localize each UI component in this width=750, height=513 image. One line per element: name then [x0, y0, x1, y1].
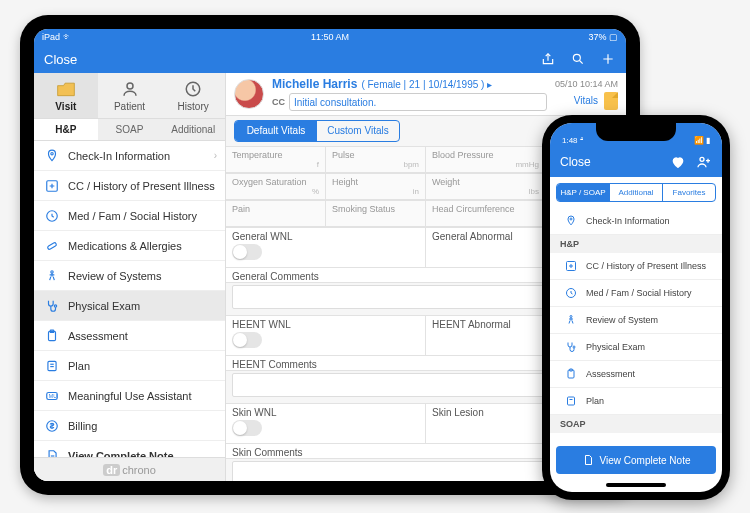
seg-default-vitals[interactable]: Default Vitals	[235, 121, 317, 141]
patient-side: 05/10 10:14 AM Vitals	[555, 79, 618, 110]
nav-checkin[interactable]: Check-In Information ›	[34, 141, 225, 171]
field-smoking[interactable]: Smoking Status	[326, 201, 426, 227]
section-tabs: H&P SOAP Additional	[34, 119, 225, 141]
vitals-link[interactable]: Vitals	[574, 95, 598, 106]
ip-group-hp: H&P	[550, 235, 722, 253]
clipboard-icon	[44, 328, 60, 344]
person-add-icon[interactable]	[696, 154, 712, 170]
svg-text:MU: MU	[49, 393, 57, 399]
note-icon	[564, 394, 578, 408]
item-label: Assessment	[586, 369, 635, 379]
svg-point-27	[570, 218, 572, 220]
plus-square-icon	[564, 259, 578, 273]
mode-tab-patient[interactable]: Patient	[98, 73, 162, 119]
history-icon	[183, 79, 203, 99]
brand-dr: dr	[103, 464, 120, 476]
field-pulse[interactable]: Pulsebpm	[326, 147, 426, 173]
iphone-close-button[interactable]: Close	[560, 155, 591, 169]
nav-label: Assessment	[68, 330, 128, 342]
toggle-skin-wnl[interactable]	[232, 420, 262, 436]
item-label: CC / History of Present Illness	[586, 261, 706, 271]
mode-tab-history[interactable]: History	[161, 73, 225, 119]
field-height[interactable]: Heightin	[326, 174, 426, 200]
seg-custom-vitals[interactable]: Custom Vitals	[317, 121, 399, 141]
ip-item-pe[interactable]: Physical Exam	[550, 334, 722, 361]
field-label: Blood Pressure	[432, 150, 539, 160]
ip-item-assessment[interactable]: Assessment	[550, 361, 722, 388]
clock-icon	[44, 208, 60, 224]
mode-tabs: Visit Patient History	[34, 73, 225, 119]
nav-assessment[interactable]: Assessment	[34, 321, 225, 351]
plus-square-icon	[44, 178, 60, 194]
patient-name: Michelle Harris	[272, 77, 357, 91]
iphone-device: 1:48 ⁴ 📶 ▮ Close H&P / SOAP Additional F…	[542, 115, 730, 500]
toggle-heent-wnl[interactable]	[232, 332, 262, 348]
nav-cc-hpi[interactable]: CC / History of Present Illness	[34, 171, 225, 201]
stethoscope-icon	[564, 340, 578, 354]
status-right: 37% ▢	[426, 32, 618, 42]
ip-item-plan[interactable]: Plan	[550, 388, 722, 415]
document-icon	[44, 448, 60, 458]
note-icon	[44, 358, 60, 374]
sticky-note-icon[interactable]	[604, 92, 618, 110]
mode-tab-visit[interactable]: Visit	[34, 73, 98, 119]
field-heent-wnl: HEENT WNL	[226, 316, 426, 356]
nav-med-fam[interactable]: Med / Fam / Social History	[34, 201, 225, 231]
nav-ros[interactable]: Review of Systems	[34, 261, 225, 291]
nav-label: Review of Systems	[68, 270, 162, 282]
iphone-tab-hp-soap[interactable]: H&P / SOAP	[557, 184, 609, 201]
visit-date: 05/10 10:14 AM	[555, 79, 618, 89]
field-pain[interactable]: Pain	[226, 201, 326, 227]
field-temperature[interactable]: Temperaturef	[226, 147, 326, 173]
item-label: Check-In Information	[586, 216, 670, 226]
ip-item-cc-hpi[interactable]: CC / History of Present Illness	[550, 253, 722, 280]
section-tab-soap[interactable]: SOAP	[98, 119, 162, 141]
ipad-screen: iPad ᯤ 11:50 AM 37% ▢ Close	[34, 29, 626, 481]
heart-icon[interactable]	[670, 154, 686, 170]
section-tab-additional[interactable]: Additional	[161, 119, 225, 141]
add-icon[interactable]	[600, 51, 616, 67]
iphone-tab-favorites[interactable]: Favorites	[662, 184, 715, 201]
nav-physical-exam[interactable]: Physical Exam	[34, 291, 225, 321]
nav-billing[interactable]: Billing	[34, 411, 225, 441]
toggle-general-wnl[interactable]	[232, 244, 262, 260]
search-icon[interactable]	[570, 51, 586, 67]
iphone-list[interactable]: Check-In Information H&P CC / History of…	[550, 208, 722, 440]
patient-avatar[interactable]	[234, 79, 264, 109]
chat-icon	[564, 439, 578, 440]
field-unit: lbs	[529, 187, 539, 196]
patient-line[interactable]: Michelle Harris ( Female | 21 | 10/14/19…	[272, 77, 547, 91]
nav-view-note[interactable]: View Complete Note	[34, 441, 225, 457]
iphone-status-time: 1:48 ⁴	[562, 136, 583, 145]
svg-point-24	[700, 157, 704, 161]
nav-plan[interactable]: Plan	[34, 351, 225, 381]
field-label: Pain	[232, 204, 319, 214]
field-o2sat[interactable]: Oxygen Saturation%	[226, 174, 326, 200]
nav-mu[interactable]: MU Meaningful Use Assistant	[34, 381, 225, 411]
clipboard-icon	[564, 367, 578, 381]
ip-item-checkin[interactable]: Check-In Information	[550, 208, 722, 235]
nav-label: Meaningful Use Assistant	[68, 390, 192, 402]
nav-label: View Complete Note	[68, 450, 174, 458]
section-tab-hp[interactable]: H&P	[34, 119, 98, 141]
share-icon[interactable]	[540, 51, 556, 67]
ip-item-subjective[interactable]: Subjective	[550, 433, 722, 440]
iphone-tab-additional[interactable]: Additional	[609, 184, 662, 201]
field-bp[interactable]: Blood PressuremmHg	[426, 147, 546, 173]
field-label: Oxygen Saturation	[232, 177, 319, 187]
nav-label: CC / History of Present Illness	[68, 180, 215, 192]
cc-input[interactable]	[289, 93, 547, 111]
home-indicator	[606, 483, 666, 487]
ipad-top-bar: Close	[34, 45, 626, 73]
field-weight[interactable]: Weightlbs	[426, 174, 546, 200]
ip-item-med-fam[interactable]: Med / Fam / Social History	[550, 280, 722, 307]
mode-tab-label: Visit	[55, 101, 76, 112]
iphone-view-note-button[interactable]: View Complete Note	[556, 446, 716, 474]
close-button[interactable]: Close	[44, 52, 77, 67]
nav-meds-allergies[interactable]: Medications & Allergies	[34, 231, 225, 261]
ip-item-ros[interactable]: Review of System	[550, 307, 722, 334]
field-label: Temperature	[232, 150, 319, 160]
field-unit: bpm	[403, 160, 419, 169]
ipad-body: Visit Patient History	[34, 73, 626, 481]
patient-details: ( Female | 21 | 10/14/1995 ) ▸	[361, 79, 492, 90]
